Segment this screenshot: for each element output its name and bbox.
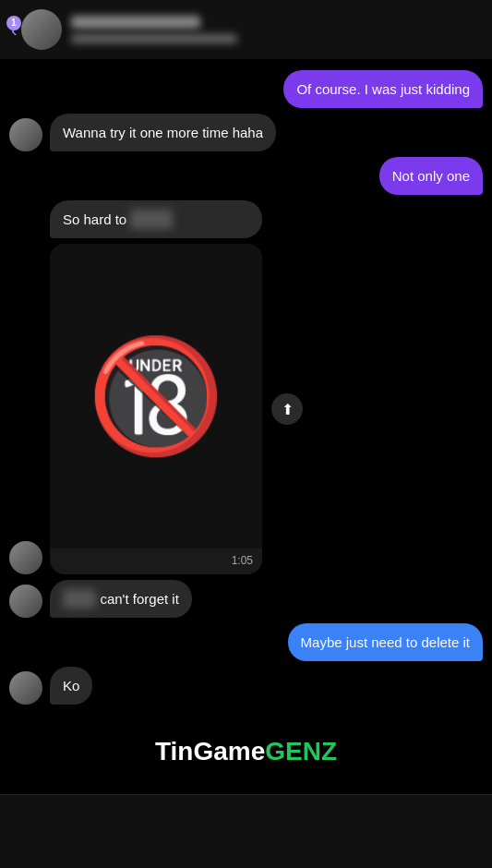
watermark-text-green: GENZ — [265, 737, 337, 766]
contact-name — [71, 16, 200, 29]
sender-avatar — [9, 118, 42, 151]
share-icon: ⬆ — [282, 401, 294, 418]
message-row: ■■■■ can't forget it — [0, 580, 492, 618]
message-bubble-text: So hard to ■■■■■ — [50, 200, 262, 238]
message-row: Maybe just need to delete it — [0, 623, 492, 661]
watermark: TinGameGENZ — [155, 737, 337, 766]
contact-subtitle — [71, 34, 237, 43]
message-bubble: Wanna try it one more time haha — [50, 114, 276, 151]
message-row-media: So hard to ■■■■■ 🔞 1:05 ⬆ — [0, 200, 492, 574]
message-text: Ko — [63, 678, 79, 693]
contact-info — [71, 16, 481, 43]
media-content: 🔞 — [50, 244, 262, 549]
notification-badge: 1 — [6, 16, 21, 30]
blurred-word: ■■■■■ — [130, 210, 172, 229]
chat-messages: Of course. I was just kidding Wanna try … — [0, 59, 492, 716]
share-button[interactable]: ⬆ — [271, 393, 303, 425]
message-text-suffix: can't forget it — [96, 591, 179, 607]
chat-header: ‹ 1 — [0, 0, 492, 59]
sender-avatar — [9, 541, 42, 574]
sender-avatar — [9, 671, 42, 705]
message-bubble: Ko — [50, 667, 92, 705]
watermark-text-black: TinGame — [155, 737, 265, 766]
message-row: Of course. I was just kidding — [0, 70, 492, 108]
message-bubble: ■■■■ can't forget it — [50, 580, 192, 618]
message-row: Not only one — [0, 157, 492, 195]
message-bubble: Of course. I was just kidding — [283, 70, 483, 108]
message-text-prefix: So hard to — [63, 211, 130, 227]
media-timestamp: 1:05 — [50, 549, 262, 574]
message-bubble: Not only one — [379, 157, 483, 195]
message-bubble: Maybe just need to delete it — [288, 623, 483, 661]
back-button[interactable]: ‹ 1 — [11, 19, 18, 41]
message-row: Wanna try it one more time haha — [0, 114, 492, 151]
message-row: Ko — [0, 667, 492, 705]
media-message[interactable]: 🔞 1:05 — [50, 244, 262, 574]
message-input-bar[interactable] — [0, 794, 492, 868]
restricted-content-icon: 🔞 — [87, 332, 225, 462]
contact-avatar[interactable] — [21, 9, 62, 50]
sender-avatar — [9, 585, 42, 618]
blurred-word: ■■■■ — [63, 589, 96, 609]
